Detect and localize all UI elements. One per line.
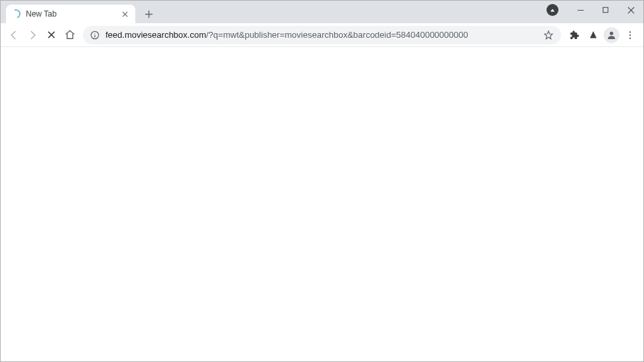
site-info-icon[interactable] bbox=[90, 30, 100, 40]
tab-title: New Tab bbox=[26, 9, 119, 19]
svg-point-17 bbox=[629, 34, 631, 35]
loading-spinner-icon bbox=[10, 8, 23, 21]
tab-close-button[interactable] bbox=[119, 9, 130, 19]
svg-rect-6 bbox=[603, 7, 608, 13]
titlebar: New Tab bbox=[1, 1, 643, 23]
update-available-badge[interactable] bbox=[547, 4, 558, 16]
svg-point-15 bbox=[610, 31, 613, 34]
svg-marker-4 bbox=[550, 9, 554, 11]
profile-avatar-button[interactable] bbox=[604, 27, 619, 43]
home-button[interactable] bbox=[60, 26, 79, 44]
back-button[interactable] bbox=[5, 26, 23, 44]
svg-point-13 bbox=[94, 32, 95, 33]
svg-point-16 bbox=[629, 31, 631, 32]
svg-marker-14 bbox=[545, 31, 552, 39]
extensions-button[interactable] bbox=[565, 26, 584, 44]
forward-button[interactable] bbox=[23, 26, 42, 44]
page-content bbox=[1, 47, 643, 361]
minimize-button[interactable] bbox=[568, 1, 593, 19]
extension-icon[interactable] bbox=[584, 26, 602, 44]
menu-button[interactable] bbox=[621, 26, 639, 44]
url-text[interactable]: feed.moviesearchbox.com/?q=mwt&publisher… bbox=[105, 30, 543, 40]
new-tab-button[interactable] bbox=[139, 5, 158, 23]
browser-tab[interactable]: New Tab bbox=[6, 5, 135, 23]
toolbar: feed.moviesearchbox.com/?q=mwt&publisher… bbox=[1, 23, 643, 47]
url-path: /?q=mwt&publisher=moviesearchbox&barcode… bbox=[206, 30, 468, 40]
url-host: feed.moviesearchbox.com bbox=[105, 30, 206, 40]
bookmark-star-button[interactable] bbox=[543, 29, 554, 41]
maximize-button[interactable] bbox=[593, 1, 618, 19]
svg-point-18 bbox=[629, 37, 631, 38]
close-window-button[interactable] bbox=[618, 1, 643, 19]
window-controls bbox=[547, 1, 643, 19]
stop-reload-button[interactable] bbox=[42, 26, 60, 44]
address-bar[interactable]: feed.moviesearchbox.com/?q=mwt&publisher… bbox=[83, 26, 561, 44]
